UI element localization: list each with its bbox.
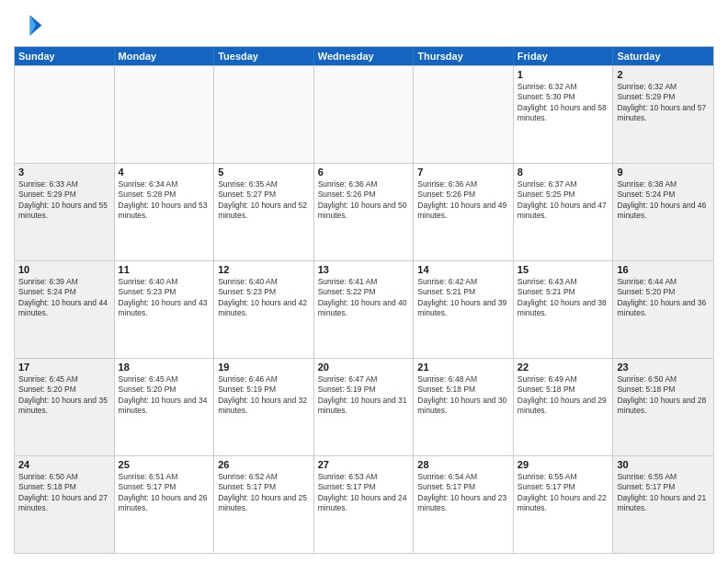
cal-cell: 7Sunrise: 6:36 AM Sunset: 5:26 PM Daylig… (414, 164, 514, 260)
day-info: Sunrise: 6:38 AM Sunset: 5:24 PM Dayligh… (617, 179, 710, 222)
calendar-week-1: 1Sunrise: 6:32 AM Sunset: 5:30 PM Daylig… (15, 65, 713, 163)
cal-header-cell-wednesday: Wednesday (314, 47, 415, 65)
cal-cell: 29Sunrise: 6:55 AM Sunset: 5:17 PM Dayli… (514, 456, 614, 553)
day-info: Sunrise: 6:42 AM Sunset: 5:21 PM Dayligh… (417, 277, 509, 319)
day-number: 15 (518, 264, 609, 275)
day-number: 21 (417, 362, 509, 373)
day-number: 19 (218, 362, 310, 373)
day-number: 26 (218, 459, 310, 470)
cal-cell: 15Sunrise: 6:43 AM Sunset: 5:21 PM Dayli… (514, 261, 614, 358)
cal-cell: 21Sunrise: 6:48 AM Sunset: 5:18 PM Dayli… (414, 359, 514, 455)
day-info: Sunrise: 6:32 AM Sunset: 5:29 PM Dayligh… (617, 82, 710, 124)
day-number: 27 (318, 459, 410, 470)
calendar-week-4: 17Sunrise: 6:45 AM Sunset: 5:20 PM Dayli… (15, 358, 713, 455)
cal-header-cell-saturday: Saturday (613, 47, 713, 65)
day-number: 17 (18, 362, 110, 373)
day-info: Sunrise: 6:45 AM Sunset: 5:20 PM Dayligh… (119, 374, 210, 417)
cal-cell: 6Sunrise: 6:36 AM Sunset: 5:26 PM Daylig… (314, 164, 415, 260)
cal-cell: 3Sunrise: 6:33 AM Sunset: 5:29 PM Daylig… (15, 164, 115, 260)
cal-cell: 16Sunrise: 6:44 AM Sunset: 5:20 PM Dayli… (613, 261, 713, 358)
day-number: 6 (318, 167, 410, 178)
cal-cell (414, 66, 514, 163)
cal-cell: 19Sunrise: 6:46 AM Sunset: 5:19 PM Dayli… (214, 359, 314, 455)
cal-cell: 11Sunrise: 6:40 AM Sunset: 5:23 PM Dayli… (115, 261, 215, 358)
cal-cell: 17Sunrise: 6:45 AM Sunset: 5:20 PM Dayli… (15, 359, 115, 455)
day-number: 30 (617, 459, 710, 470)
day-info: Sunrise: 6:48 AM Sunset: 5:18 PM Dayligh… (417, 374, 509, 417)
cal-cell: 2Sunrise: 6:32 AM Sunset: 5:29 PM Daylig… (613, 66, 713, 163)
day-info: Sunrise: 6:41 AM Sunset: 5:22 PM Dayligh… (318, 277, 410, 319)
day-number: 28 (417, 459, 509, 470)
cal-cell: 13Sunrise: 6:41 AM Sunset: 5:22 PM Dayli… (314, 261, 415, 358)
day-number: 20 (318, 362, 410, 373)
calendar-week-3: 10Sunrise: 6:39 AM Sunset: 5:24 PM Dayli… (15, 260, 713, 358)
calendar-header-row: SundayMondayTuesdayWednesdayThursdayFrid… (15, 47, 713, 65)
cal-header-cell-monday: Monday (115, 47, 215, 65)
cal-cell: 8Sunrise: 6:37 AM Sunset: 5:25 PM Daylig… (514, 164, 614, 260)
calendar-week-2: 3Sunrise: 6:33 AM Sunset: 5:29 PM Daylig… (15, 163, 713, 260)
day-number: 13 (318, 264, 410, 275)
day-info: Sunrise: 6:52 AM Sunset: 5:17 PM Dayligh… (218, 472, 310, 514)
day-info: Sunrise: 6:40 AM Sunset: 5:23 PM Dayligh… (119, 277, 210, 319)
cal-header-cell-thursday: Thursday (414, 47, 514, 65)
cal-header-cell-tuesday: Tuesday (214, 47, 314, 65)
cal-cell (214, 66, 314, 163)
day-number: 12 (218, 264, 310, 275)
logo (14, 9, 47, 39)
cal-cell: 12Sunrise: 6:40 AM Sunset: 5:23 PM Dayli… (214, 261, 314, 358)
cal-cell: 1Sunrise: 6:32 AM Sunset: 5:30 PM Daylig… (514, 66, 614, 163)
cal-cell: 28Sunrise: 6:54 AM Sunset: 5:17 PM Dayli… (414, 456, 514, 553)
cal-cell: 18Sunrise: 6:45 AM Sunset: 5:20 PM Dayli… (115, 359, 215, 455)
day-number: 25 (119, 459, 210, 470)
day-info: Sunrise: 6:47 AM Sunset: 5:19 PM Dayligh… (318, 374, 410, 417)
day-info: Sunrise: 6:55 AM Sunset: 5:17 PM Dayligh… (617, 472, 710, 514)
day-info: Sunrise: 6:50 AM Sunset: 5:18 PM Dayligh… (617, 374, 710, 417)
cal-cell: 22Sunrise: 6:49 AM Sunset: 5:18 PM Dayli… (514, 359, 614, 455)
day-number: 22 (518, 362, 609, 373)
calendar-week-5: 24Sunrise: 6:50 AM Sunset: 5:18 PM Dayli… (15, 455, 713, 553)
cal-cell (15, 66, 115, 163)
day-info: Sunrise: 6:35 AM Sunset: 5:27 PM Dayligh… (218, 179, 310, 222)
cal-cell (115, 66, 215, 163)
cal-cell: 24Sunrise: 6:50 AM Sunset: 5:18 PM Dayli… (15, 456, 115, 553)
cal-cell: 20Sunrise: 6:47 AM Sunset: 5:19 PM Dayli… (314, 359, 415, 455)
day-number: 9 (617, 167, 710, 178)
cal-cell: 30Sunrise: 6:55 AM Sunset: 5:17 PM Dayli… (613, 456, 713, 553)
day-number: 24 (18, 459, 110, 470)
day-info: Sunrise: 6:32 AM Sunset: 5:30 PM Dayligh… (518, 82, 609, 124)
day-number: 16 (617, 264, 710, 275)
day-info: Sunrise: 6:53 AM Sunset: 5:17 PM Dayligh… (318, 472, 410, 514)
cal-cell: 9Sunrise: 6:38 AM Sunset: 5:24 PM Daylig… (613, 164, 713, 260)
cal-cell: 25Sunrise: 6:51 AM Sunset: 5:17 PM Dayli… (115, 456, 215, 553)
day-info: Sunrise: 6:33 AM Sunset: 5:29 PM Dayligh… (18, 179, 110, 222)
day-info: Sunrise: 6:46 AM Sunset: 5:19 PM Dayligh… (218, 374, 310, 417)
day-info: Sunrise: 6:54 AM Sunset: 5:17 PM Dayligh… (417, 472, 509, 514)
day-info: Sunrise: 6:49 AM Sunset: 5:18 PM Dayligh… (518, 374, 609, 417)
day-info: Sunrise: 6:36 AM Sunset: 5:26 PM Dayligh… (318, 179, 410, 222)
day-number: 5 (218, 167, 310, 178)
cal-cell: 14Sunrise: 6:42 AM Sunset: 5:21 PM Dayli… (414, 261, 514, 358)
cal-cell (314, 66, 415, 163)
cal-header-cell-sunday: Sunday (15, 47, 115, 65)
day-number: 29 (518, 459, 609, 470)
day-info: Sunrise: 6:44 AM Sunset: 5:20 PM Dayligh… (617, 277, 710, 319)
day-number: 23 (617, 362, 710, 373)
day-number: 3 (18, 167, 110, 178)
day-info: Sunrise: 6:51 AM Sunset: 5:17 PM Dayligh… (119, 472, 210, 514)
day-info: Sunrise: 6:37 AM Sunset: 5:25 PM Dayligh… (518, 179, 609, 222)
day-number: 8 (518, 167, 609, 178)
day-info: Sunrise: 6:43 AM Sunset: 5:21 PM Dayligh… (518, 277, 609, 319)
cal-cell: 26Sunrise: 6:52 AM Sunset: 5:17 PM Dayli… (214, 456, 314, 553)
page: SundayMondayTuesdayWednesdayThursdayFrid… (0, 0, 728, 563)
header (14, 9, 714, 39)
cal-cell: 5Sunrise: 6:35 AM Sunset: 5:27 PM Daylig… (214, 164, 314, 260)
day-info: Sunrise: 6:50 AM Sunset: 5:18 PM Dayligh… (18, 472, 110, 514)
day-number: 14 (417, 264, 509, 275)
calendar-body: 1Sunrise: 6:32 AM Sunset: 5:30 PM Daylig… (15, 65, 713, 553)
cal-cell: 23Sunrise: 6:50 AM Sunset: 5:18 PM Dayli… (613, 359, 713, 455)
day-info: Sunrise: 6:45 AM Sunset: 5:20 PM Dayligh… (18, 374, 110, 417)
day-number: 1 (518, 69, 609, 80)
cal-cell: 10Sunrise: 6:39 AM Sunset: 5:24 PM Dayli… (15, 261, 115, 358)
day-number: 18 (119, 362, 210, 373)
day-number: 11 (119, 264, 210, 275)
